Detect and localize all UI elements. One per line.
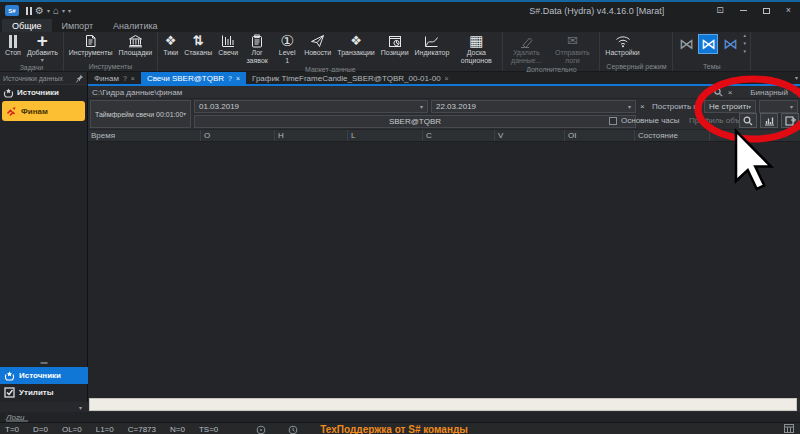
gear-icon[interactable]: ⚙ — [35, 6, 44, 16]
options-board-button[interactable]: ▦ Доска опционов — [452, 32, 500, 66]
export-button[interactable] — [781, 113, 799, 128]
themes-scroll-up-icon[interactable]: ▴ — [743, 32, 746, 38]
sidebar-splitter[interactable]: ▬ — [0, 358, 88, 365]
help-icon[interactable]: ? — [228, 75, 232, 82]
connection-status-icon[interactable] — [288, 425, 298, 434]
sidebar-filter-box[interactable]: Источники данных — [0, 72, 87, 85]
title-bar: S# ⚙▾ ⌂▾ ▾ S#.Data (Hydra) v4.4.16.0 [Ma… — [0, 2, 800, 19]
transactions-button[interactable]: ❖ Транзакции — [334, 32, 378, 58]
order-log-button[interactable]: Лог заявок — [241, 32, 273, 66]
grid-corner-icon[interactable] — [784, 424, 794, 433]
theme-swatch-blue[interactable]: ⋈ — [720, 34, 740, 54]
quick-access-more-icon[interactable]: ▾ — [68, 8, 71, 14]
close-button[interactable]: × — [786, 6, 791, 15]
nav-item-sources[interactable]: Источники — [0, 367, 88, 384]
chart-button[interactable] — [760, 113, 778, 128]
search-icon[interactable] — [714, 88, 723, 97]
storage-format-value[interactable]: Бинарный — [750, 88, 788, 97]
column-header-volume[interactable]: V — [495, 130, 565, 141]
chevron-down-icon[interactable]: ▾ — [47, 8, 50, 14]
erase-data-button[interactable]: Удалить данные... — [505, 32, 547, 66]
chevron-down-icon[interactable]: ▾ — [706, 89, 709, 95]
chevron-down-icon[interactable]: ▾ — [62, 8, 65, 14]
timeframe-combobox[interactable]: Таймфрейм свечи 00:01:00 ▾ — [90, 100, 191, 128]
ticks-button[interactable]: ❖ Тики — [160, 32, 181, 58]
help-icon[interactable]: ? — [123, 75, 127, 82]
ribbon-group-name: Инструменты — [66, 63, 155, 71]
theme-swatch-dark[interactable]: ⋈ — [676, 34, 696, 54]
sync-status-icon[interactable] — [256, 425, 266, 434]
ribbon-group-market-data: ❖ Тики ⇅ Стаканы Свечи Лог — [158, 32, 503, 71]
close-icon[interactable]: × — [131, 75, 135, 82]
ribbon-tab-analytics[interactable]: Аналитика — [103, 19, 168, 32]
pause-icon — [9, 33, 17, 49]
button-label: Тики — [163, 49, 178, 57]
ribbon-group-name: Темы — [675, 63, 748, 71]
support-link[interactable]: ТехПоддержка от S# команды — [320, 424, 468, 434]
ribbon-options-icon[interactable]: ⊡ — [716, 6, 724, 15]
tree-node-finam[interactable]: Финам — [2, 101, 85, 121]
table-header-row: Время O H L C V OI Состояние — [88, 129, 800, 142]
column-header-close[interactable]: C — [423, 130, 495, 141]
boards-button[interactable]: Площадки — [115, 32, 155, 58]
themes-scroll-down-icon[interactable]: ▾ — [743, 40, 746, 46]
date-from-picker[interactable]: 01.03.2019 ▾ — [194, 100, 428, 113]
tab-chart-timeframecandle[interactable]: График TimeFrameCandle_SBER@TQBR_00-01-0… — [246, 72, 455, 84]
sidebar-collapse-bar[interactable]: ▾ — [0, 402, 88, 412]
theme-swatch-selected[interactable]: ⋈ — [698, 34, 718, 54]
build-from-combobox[interactable]: Не строить ▾ — [704, 100, 756, 113]
column-header-oi[interactable]: OI — [565, 130, 635, 141]
search-candles-button[interactable] — [739, 113, 757, 128]
tab-finam[interactable]: Финам ? × — [88, 72, 141, 84]
news-button[interactable]: Новости — [301, 32, 334, 58]
send-logs-button[interactable]: ✉ Отправить логи — [547, 32, 597, 66]
instruments-button[interactable]: Инструменты — [66, 32, 116, 58]
column-header-open[interactable]: O — [201, 130, 275, 141]
ribbon-tab-import[interactable]: Импорт — [52, 19, 103, 32]
settings-button[interactable]: Настройки — [602, 32, 642, 58]
chevron-down-icon[interactable]: ▾ — [793, 89, 796, 95]
positions-button[interactable]: Позиции — [378, 32, 412, 58]
ribbon-group-server-mode: Настройки Серверный режим — [600, 32, 673, 71]
tab-label: Свечи SBER@TQBR — [147, 74, 224, 83]
storage-path: C:\Гидра данные\финам — [92, 88, 182, 97]
chevron-down-icon: ▾ — [790, 104, 793, 110]
close-icon[interactable]: × — [236, 75, 240, 82]
date-to-picker[interactable]: 22.03.2019 ▾ — [431, 100, 636, 113]
counter-transactions: TS=0 — [199, 425, 218, 434]
clear-icon[interactable]: × — [728, 88, 733, 97]
orderbooks-button[interactable]: ⇅ Стаканы — [181, 32, 215, 58]
minimize-button[interactable] — [740, 10, 747, 11]
column-header-low[interactable]: L — [348, 130, 423, 141]
main-hours-checkbox[interactable] — [609, 117, 617, 125]
button-label: Удалить данные... — [508, 49, 544, 65]
app-logo-icon[interactable]: S# — [5, 5, 19, 16]
nav-item-utilities[interactable]: Утилиты — [0, 384, 88, 401]
close-icon[interactable]: × — [445, 75, 449, 82]
export-dropdown-icon[interactable]: ▾ — [793, 117, 796, 123]
horizontal-scrollbar[interactable] — [89, 398, 797, 411]
themes-more-icon[interactable]: ▾ — [743, 48, 746, 54]
tab-strip-more-icon[interactable]: ▾ — [795, 74, 798, 81]
pin-icon[interactable] — [76, 74, 84, 83]
indicator-button[interactable]: Индикатор — [412, 32, 453, 58]
document-tab-strip: Финам ? × Свечи SBER@TQBR ? × График Tim… — [88, 72, 800, 84]
stop-button[interactable]: Стоп — [2, 32, 24, 58]
level1-button[interactable]: ① Level 1 — [273, 32, 301, 66]
column-header-time[interactable]: Время — [88, 130, 201, 141]
secondary-combobox[interactable]: ▾ — [759, 100, 798, 113]
restore-button[interactable] — [763, 8, 770, 14]
column-header-high[interactable]: H — [275, 130, 348, 141]
pause-quick-icon[interactable] — [26, 7, 32, 15]
main-content: Финам ? × Свечи SBER@TQBR ? × График Tim… — [88, 72, 800, 412]
security-field[interactable]: SBER@TQBR — [194, 115, 636, 128]
clear-icon[interactable]: × — [640, 102, 645, 111]
tree-node-sources[interactable]: Источники — [0, 85, 87, 100]
candles-table-body[interactable] — [88, 142, 800, 398]
add-button[interactable]: + Добавить ▾ — [24, 32, 61, 64]
log-panel-header: Логи — [0, 412, 800, 422]
home-icon[interactable]: ⌂ — [53, 6, 59, 16]
candles-button[interactable]: Свечи — [215, 32, 241, 58]
tab-candles-sber[interactable]: Свечи SBER@TQBR ? × — [141, 72, 246, 84]
column-header-state[interactable]: Состояние — [635, 130, 710, 141]
